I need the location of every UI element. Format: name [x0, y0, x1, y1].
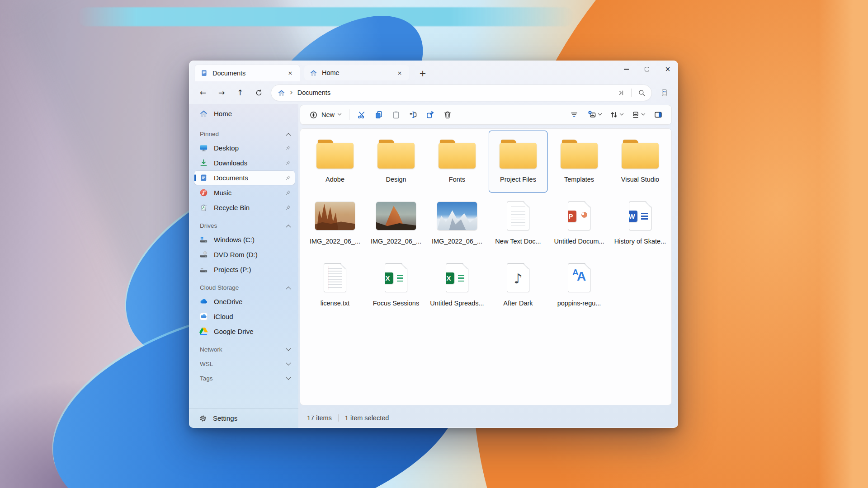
- image-thumbnail: [437, 202, 477, 230]
- sidebar-section-drives[interactable]: Drives: [200, 222, 290, 229]
- file-item[interactable]: license.txt: [306, 254, 364, 316]
- pin-icon[interactable]: [285, 175, 291, 181]
- titlebar: Documents × Home × +: [189, 61, 678, 81]
- file-item[interactable]: Visual Studio: [611, 131, 670, 192]
- file-name: Adobe: [326, 176, 344, 183]
- page-fold: [462, 264, 468, 269]
- maximize-button[interactable]: [637, 61, 657, 78]
- address-bar[interactable]: › Documents: [271, 84, 652, 101]
- file-item[interactable]: X Focus Sessions: [367, 254, 425, 316]
- go-to-end-button[interactable]: [614, 86, 628, 99]
- sidebar-section-network[interactable]: Network: [200, 346, 290, 353]
- close-button[interactable]: ×: [657, 61, 678, 78]
- status-center-button[interactable]: [656, 85, 672, 100]
- chevron-down-icon: [338, 112, 341, 115]
- sidebar-item-documents[interactable]: Documents: [194, 171, 295, 185]
- dvd-drive-icon: [199, 250, 208, 259]
- new-button[interactable]: New: [305, 108, 345, 122]
- bottom-bar: Settings 17 items 1 item selected: [189, 408, 678, 428]
- section-title: WSL: [200, 361, 213, 367]
- breadcrumb-home-icon[interactable]: [278, 89, 285, 97]
- file-item[interactable]: A A poppins-regu...: [550, 254, 609, 316]
- pin-icon[interactable]: [285, 145, 291, 151]
- refresh-button[interactable]: [251, 85, 266, 100]
- rename-button[interactable]: [405, 107, 422, 122]
- file-item[interactable]: Fonts: [428, 131, 486, 192]
- sidebar-section-wsl[interactable]: WSL: [200, 361, 290, 367]
- sidebar-section-tags[interactable]: Tags: [200, 375, 290, 382]
- copy-button[interactable]: [370, 107, 387, 122]
- delete-button[interactable]: [439, 107, 456, 122]
- file-item[interactable]: X Untitled Spreads...: [428, 254, 486, 316]
- music-icon: [199, 188, 208, 197]
- tab-home[interactable]: Home ×: [304, 65, 409, 80]
- layout-button[interactable]: [585, 107, 604, 122]
- sidebar-item-label: Documents: [214, 174, 279, 182]
- sidebar-item-projects-p[interactable]: Projects (P:): [194, 263, 295, 277]
- chevron-down-icon: [598, 112, 602, 115]
- file-item-selected[interactable]: Project Files: [489, 131, 547, 192]
- text-lines: [328, 268, 342, 288]
- sidebar-item-windows-c[interactable]: Windows (C:): [194, 233, 295, 247]
- doc-lines: [641, 213, 648, 220]
- pin-icon[interactable]: [285, 190, 291, 196]
- sidebar-item-music[interactable]: Music: [194, 186, 295, 200]
- chevron-down-icon: [286, 346, 291, 351]
- file-item[interactable]: IMG_2022_06_...: [306, 192, 364, 254]
- file-item[interactable]: Templates: [550, 131, 609, 192]
- file-item[interactable]: Adobe: [306, 131, 364, 192]
- sidebar-item-recycle-bin[interactable]: Recycle Bin: [194, 201, 295, 215]
- file-item[interactable]: IMG_2022_06_...: [367, 192, 425, 254]
- sidebar-item-home[interactable]: Home: [194, 107, 295, 121]
- paste-button[interactable]: [387, 107, 405, 122]
- divider: [349, 109, 349, 120]
- file-item[interactable]: P Untitled Docum...: [550, 192, 609, 254]
- status-bar: 17 items 1 item selected: [298, 408, 678, 428]
- filter-button[interactable]: [566, 107, 583, 122]
- breadcrumb-current[interactable]: Documents: [297, 89, 330, 96]
- up-button[interactable]: ↑: [232, 85, 248, 100]
- tab-label: Documents: [212, 70, 280, 77]
- preview-pane-toggle[interactable]: [650, 107, 667, 122]
- sidebar-item-onedrive[interactable]: OneDrive: [194, 295, 295, 309]
- file-item[interactable]: New Text Doc...: [489, 192, 547, 254]
- cut-button[interactable]: [353, 107, 370, 122]
- onedrive-icon: [199, 297, 208, 306]
- sidebar-item-google-drive[interactable]: Google Drive: [194, 324, 295, 338]
- sort-button[interactable]: [606, 107, 626, 122]
- paste-icon: [392, 110, 401, 119]
- forward-button[interactable]: →: [214, 85, 229, 100]
- sidebar-section-pinned[interactable]: Pinned: [200, 131, 290, 137]
- back-button[interactable]: ←: [195, 85, 211, 100]
- sort-arrows-icon: [609, 110, 618, 119]
- file-item[interactable]: Design: [367, 131, 425, 192]
- tab-bar: Documents × Home × +: [189, 65, 430, 81]
- search-button[interactable]: [634, 86, 649, 99]
- tab-close-icon[interactable]: ×: [284, 68, 296, 79]
- settings-button[interactable]: Settings: [194, 411, 242, 426]
- view-options-button[interactable]: [628, 107, 648, 122]
- share-button[interactable]: [422, 107, 439, 122]
- sidebar-item-desktop[interactable]: Desktop: [194, 141, 295, 155]
- file-item[interactable]: W History of Skate...: [611, 192, 670, 254]
- pie-chart-glyph: [581, 212, 587, 218]
- settings-label: Settings: [213, 414, 237, 422]
- sidebar-item-downloads[interactable]: Downloads: [194, 156, 295, 170]
- file-item[interactable]: IMG_2022_06_...: [428, 192, 486, 254]
- sidebar-item-icloud[interactable]: iCloud: [194, 310, 295, 324]
- file-item[interactable]: ♪ After Dark: [489, 254, 547, 316]
- layout-grid-icon: [588, 110, 597, 119]
- tab-close-icon[interactable]: ×: [394, 67, 406, 78]
- folder-icon: [561, 140, 598, 169]
- sidebar-section-cloud-storage[interactable]: Cloud Storage: [200, 284, 290, 291]
- desktop-wallpaper: Documents × Home × +: [0, 0, 868, 488]
- pin-icon[interactable]: [285, 160, 291, 166]
- tab-documents[interactable]: Documents ×: [195, 65, 300, 81]
- pin-icon[interactable]: [285, 205, 291, 211]
- section-title: Pinned: [200, 131, 219, 137]
- file-name: Focus Sessions: [373, 300, 419, 307]
- chevron-up-icon: [286, 286, 291, 291]
- minimize-button[interactable]: [616, 61, 637, 78]
- sidebar-item-dvd-d[interactable]: DVD Rom (D:): [194, 248, 295, 262]
- new-tab-button[interactable]: +: [415, 66, 430, 80]
